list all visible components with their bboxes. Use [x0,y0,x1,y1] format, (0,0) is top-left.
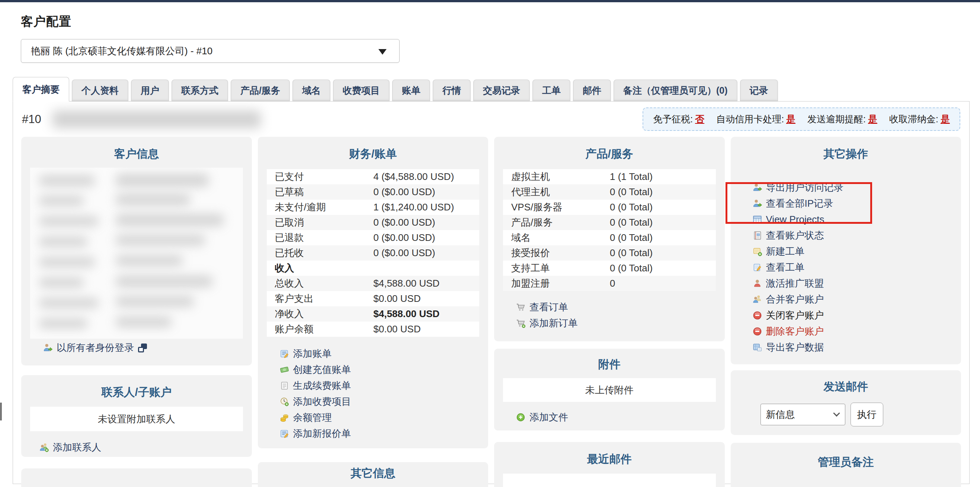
cart-icon [515,302,526,312]
manage-credits-link[interactable]: 余额管理 [258,410,488,426]
document-icon [279,381,290,391]
tab-strip: 客户摘要 个人资料 用户 联系方式 产品/服务 域名 收费项目 账单 行情 交易… [13,77,980,101]
send-email-go-button[interactable]: 执行 [851,403,883,427]
table-icon [752,214,762,225]
flag-auto-cc: 自动信用卡处理:是 [716,113,795,125]
panel-other-actions-title: 其它操作 [731,137,961,162]
panel-contacts: 联系人/子账户 未设置附加联系人 添加联系人 [21,375,252,457]
view-orders-link[interactable]: 查看订单 [494,299,725,315]
view-all-ip-log-link[interactable]: 查看全部IP记录 [731,195,961,211]
add-circle-icon [515,412,526,422]
table-row: 支持工单0 (0 Total) [503,260,716,276]
table-row: 加盟注册0 [503,276,716,291]
table-row: 未支付/逾期1 ($1,240.00 USD) [267,200,480,215]
delete-client-account-link[interactable]: 删除客户账户 [731,324,961,339]
page-add-icon [752,246,762,257]
tab-tickets[interactable]: 工单 [532,79,570,101]
tab-invoices[interactable]: 账单 [392,79,430,101]
panel-billing: 财务/账单 已支付4 ($4,588.00 USD) 已草稿0 ($0.00 U… [258,137,488,448]
table-row: 域名0 (0 Total) [503,230,716,245]
products-table: 虚拟主机1 (1 Total) 代理主机0 (0 Total) VPS/服务器0… [503,169,716,291]
flag-tax-exempt-value[interactable]: 否 [695,114,704,124]
flag-auto-cc-value[interactable]: 是 [786,114,795,124]
tab-domains[interactable]: 域名 [293,79,330,101]
table-row: 接受报价0 (0 Total) [503,245,716,260]
add-quote-link[interactable]: 添加新报价单 [258,426,488,442]
page-title: 客户配置 [21,13,980,30]
users-merge-icon [752,294,762,305]
client-selector-dropdown[interactable]: 艳丽 陈 (北京硕菲文化传媒有限公司) - #10 [21,39,399,63]
panel-products-title: 产品/服务 [494,137,725,162]
tab-products[interactable]: 产品/服务 [231,79,290,101]
clock-add-icon [279,397,290,407]
billing-table: 已支付4 ($4,588.00 USD) 已草稿0 ($0.00 USD) 未支… [267,169,480,337]
tab-billable-items[interactable]: 收费项目 [333,79,390,101]
view-account-status-link[interactable]: 查看账户状态 [731,227,961,243]
client-id: #10 [22,113,41,126]
page-edit-icon [752,262,762,273]
add-file-link[interactable]: 添加文件 [494,409,725,425]
client-name-redacted [52,110,261,128]
export-client-data-link[interactable]: 导出客户数据 [731,339,961,355]
panel-send-email-title: 发送邮件 [731,370,961,395]
table-row: 已草稿0 ($0.00 USD) [267,184,480,200]
flag-late-fees-value[interactable]: 是 [940,114,950,124]
client-info-redacted [30,168,243,339]
email-template-select[interactable]: 新信息 [760,404,845,425]
attachments-empty-text: 未上传附件 [503,378,716,402]
table-row: 账户余额$0.00 USD [267,322,480,337]
panel-attachments-title: 附件 [494,349,725,372]
export-user-access-log-link[interactable]: 导出用户访问记录 [731,179,961,195]
client-summary-content: #10 免予征税:否 自动信用卡处理:是 发送逾期提醒:是 收取滞纳金:是 客户… [13,101,970,484]
create-addfunds-invoice-link[interactable]: 创建充值账单 [258,362,488,378]
add-contact-link[interactable]: 添加联系人 [21,439,252,455]
panel-admin-notes: 管理员备注 [731,443,961,487]
panel-client-info: 客户信息 以所有者身份登录 [21,137,252,365]
table-row: 代理主机0 (0 Total) [503,184,716,200]
add-billable-item-link[interactable]: 添加收费项目 [258,394,488,410]
user-go-icon [43,343,53,353]
tab-admin-notes[interactable]: 备注（仅管理员可见）(0) [614,79,737,101]
export-data-icon [752,343,762,352]
tab-users[interactable]: 用户 [131,79,169,101]
table-row: 已退款0 ($0.00 USD) [267,230,480,245]
coins-icon [279,412,290,423]
chevron-down-icon [379,49,387,55]
contacts-empty-text: 未设置附加联系人 [30,407,243,431]
panel-other-info: 其它信息 [258,462,488,487]
tab-emails[interactable]: 邮件 [573,79,611,101]
add-invoice-link[interactable]: 添加账单 [258,346,488,362]
view-tickets-link[interactable]: 查看工单 [731,260,961,276]
panel-send-email: 发送邮件 新信息 执行 [731,370,961,435]
view-projects-link[interactable]: View Projects [731,211,961,227]
flag-overdue-notices: 发送逾期提醒:是 [807,113,877,125]
tab-log[interactable]: 记录 [740,79,778,101]
left-scrollbar-fragment[interactable] [0,403,2,420]
tab-profile[interactable]: 个人资料 [72,79,128,101]
panel-admin-notes-title: 管理员备注 [731,443,961,470]
tab-client-summary[interactable]: 客户摘要 [13,77,69,102]
add-new-order-link[interactable]: 添加新订单 [494,315,725,331]
table-row: VPS/服务器0 (0 Total) [503,200,716,215]
flag-overdue-notices-value[interactable]: 是 [868,114,877,124]
table-row: 总收入$4,588.00 USD [267,276,480,291]
user-go-icon [752,198,762,209]
panel-products: 产品/服务 虚拟主机1 (1 Total) 代理主机0 (0 Total) VP… [494,137,725,341]
panel-recent-emails: 最近邮件 [494,442,725,487]
client-selector-value: 艳丽 陈 (北京硕菲文化传媒有限公司) - #10 [31,44,212,58]
panel-client-info-title: 客户信息 [21,137,252,162]
tab-quotes[interactable]: 行情 [433,79,471,101]
tab-contacts[interactable]: 联系方式 [172,79,228,101]
client-flags-box: 免予征税:否 自动信用卡处理:是 发送逾期提醒:是 收取滞纳金:是 [643,108,960,131]
activate-affiliate-link[interactable]: 激活推广联盟 [731,276,961,292]
merge-client-accounts-link[interactable]: 合并客户账户 [731,292,961,308]
money-icon [279,365,290,375]
open-new-ticket-link[interactable]: 新建工单 [731,243,961,260]
tab-transactions[interactable]: 交易记录 [473,79,530,101]
close-client-account-link[interactable]: 关闭客户账户 [731,308,961,324]
flag-tax-exempt: 免予征税:否 [653,113,704,125]
login-as-owner-link[interactable]: 以所有者身份登录 [21,340,252,356]
generate-renewal-invoice-link[interactable]: 生成续费账单 [258,378,488,394]
stop-icon [752,327,762,336]
top-navy-bar [0,0,980,2]
